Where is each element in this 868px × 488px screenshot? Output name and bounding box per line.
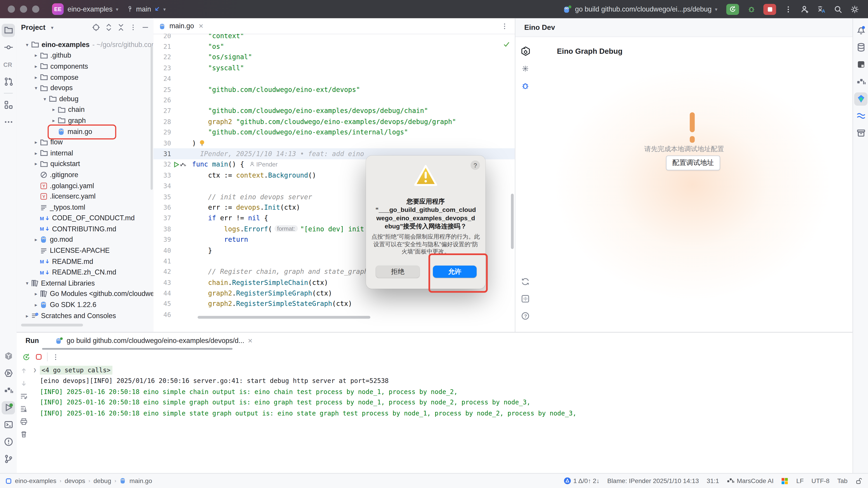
breadcrumb-item[interactable]: devops (65, 477, 85, 484)
code-line-27[interactable]: 27 "github.com/cloudwego/eino-examples/d… (153, 105, 515, 116)
tree-item-internal[interactable]: ▸internal (17, 148, 153, 159)
debug-button[interactable] (745, 2, 758, 16)
tree-item-readme.md[interactable]: MREADME.md (17, 256, 153, 267)
archive-tool-button[interactable] (854, 127, 868, 140)
tree-item-scratches-and-consoles[interactable]: ▸Scratches and Consoles (17, 310, 153, 321)
close-run-tab-icon[interactable]: ✕ (248, 337, 253, 345)
run-tool-button[interactable] (2, 401, 15, 414)
intention-bulb-icon[interactable] (196, 139, 206, 147)
tree-item-license-apache[interactable]: LICENSE-APACHE (17, 246, 153, 256)
problems-tool-button[interactable] (2, 435, 15, 449)
chevron-down-icon[interactable]: ▾ (41, 96, 49, 102)
tree-item-.licenserc.yaml[interactable]: Y.licenserc.yaml (17, 191, 153, 202)
code-line-45[interactable]: 45 graph2.RegisterSimpleStateGraph(ctx) (153, 299, 515, 309)
vcs-widget[interactable]: main ▾ (126, 5, 169, 13)
tab-options-kebab-icon[interactable] (501, 22, 508, 30)
profiler-tool-button[interactable] (2, 384, 15, 397)
pull-request-tool-button[interactable] (2, 75, 15, 88)
git-tool-button[interactable] (2, 452, 15, 466)
language-pack-icon[interactable] (781, 477, 789, 484)
clear-console-icon[interactable] (20, 430, 28, 438)
project-widget[interactable]: eino-examples ▾ (68, 5, 122, 13)
project-folder-tool-button[interactable] (2, 24, 15, 37)
chevron-down-icon[interactable]: ▾ (23, 281, 31, 286)
code-line-21[interactable]: 21 "os" (153, 41, 515, 52)
tree-item-.gitignore[interactable]: .gitignore (17, 169, 153, 180)
chevron-right-icon[interactable]: ▸ (32, 161, 40, 166)
translate-icon[interactable]: A (815, 2, 828, 16)
code-review-tool-button[interactable]: CR (2, 58, 15, 71)
tree-item-go-sdk-1.22.6[interactable]: ▸Go SDK 1.22.6 (17, 300, 153, 311)
soft-wrap-icon[interactable] (20, 392, 28, 400)
tree-item-_typos.toml[interactable]: _typos.toml (17, 202, 153, 213)
vcs-changes-widget[interactable]: 1 Δ/0↑ 2↓ (563, 477, 599, 485)
maximize-window-icon[interactable] (32, 5, 39, 13)
run-configuration-selector[interactable]: go build github.com/cloudwego/ei...ps/de… (563, 5, 721, 13)
project-header-title[interactable]: Project (21, 23, 45, 32)
tree-item-debug[interactable]: ▾debug (17, 94, 153, 104)
editor-tab-main-go[interactable]: main.go ✕ (153, 18, 209, 34)
close-window-icon[interactable] (8, 5, 15, 13)
tree-item-quickstart[interactable]: ▸quickstart (17, 159, 153, 169)
up-arrow-icon[interactable] (20, 367, 28, 375)
search-icon[interactable] (831, 2, 845, 16)
tree-item-code_of_conduct.md[interactable]: MCODE_OF_CONDUCT.md (17, 213, 153, 224)
indent-widget[interactable]: Tab (837, 477, 847, 484)
tree-item-go-modules-github.com-cloudweg[interactable]: ▸Go Modules <github.com/cloudweg (17, 289, 153, 300)
scroll-to-end-icon[interactable] (20, 405, 28, 413)
commit-tool-button[interactable] (2, 41, 15, 54)
graph-settings-tool-button[interactable] (519, 44, 532, 58)
code-line-29[interactable]: 29 "github.com/cloudwego/eino-examples/i… (153, 127, 515, 138)
code-line-23[interactable]: 23 "syscall" (153, 63, 515, 73)
print-icon[interactable] (20, 418, 28, 425)
tree-item-components[interactable]: ▸components (17, 61, 153, 72)
tree-item-.github[interactable]: ▸.github (17, 50, 153, 61)
stop-button[interactable] (763, 4, 776, 15)
refresh-tool-button[interactable] (519, 275, 532, 288)
expand-node-icon[interactable]: ❯ (33, 367, 39, 373)
ai-card-tool-button[interactable] (854, 58, 868, 71)
tree-item-.golangci.yaml[interactable]: Y.golangci.yaml (17, 180, 153, 191)
chevron-right-icon[interactable]: ▸ (32, 53, 40, 58)
services-tool-button[interactable] (2, 366, 15, 380)
run-options-kebab-icon[interactable] (52, 353, 59, 361)
rerun-icon[interactable] (22, 353, 31, 361)
notifications-tool-button[interactable] (854, 24, 868, 37)
marscode-ai-widget[interactable]: MarsCode AI (727, 477, 774, 485)
inspections-ok-icon[interactable] (503, 40, 510, 48)
debug-target-tool-button[interactable] (519, 62, 532, 75)
run-label[interactable]: Run (26, 337, 39, 345)
settings-gear-icon[interactable] (848, 2, 862, 16)
breadcrumb-item[interactable]: debug (94, 477, 111, 484)
line-ending-widget[interactable]: LF (796, 477, 804, 484)
code-line-20[interactable]: 20 "context" (153, 34, 515, 41)
project-vscrollbar[interactable] (151, 46, 153, 190)
chinese-lang-tool-button[interactable]: 中 (519, 292, 532, 305)
stop-icon[interactable] (35, 353, 42, 361)
project-avatar[interactable]: EE (52, 3, 64, 15)
encoding-widget[interactable]: UTF-8 (811, 477, 830, 484)
waves-tool-button[interactable] (854, 109, 868, 123)
editor-hscrollbar[interactable] (197, 316, 370, 319)
chevron-down-icon[interactable]: ▾ (32, 86, 40, 91)
help-tool-button[interactable]: ? (519, 309, 532, 322)
deny-button[interactable]: 拒绝 (376, 266, 420, 278)
hide-panel-icon[interactable] (142, 24, 149, 31)
chevron-right-icon[interactable]: ▸ (32, 237, 40, 242)
chevron-right-icon[interactable]: ▸ (32, 150, 40, 156)
terminal-tool-button[interactable] (2, 418, 15, 431)
database-tool-button[interactable] (854, 41, 868, 54)
code-line-25[interactable]: 25 "github.com/cloudwego/eino-ext/devops… (153, 84, 515, 95)
collapse-all-icon[interactable] (117, 23, 125, 32)
chevron-right-icon[interactable]: ▸ (32, 64, 40, 69)
code-line-24[interactable]: 24 (153, 73, 515, 84)
rerun-button[interactable] (726, 4, 739, 15)
gem-tool-button[interactable] (854, 92, 868, 105)
close-tab-icon[interactable]: ✕ (198, 22, 204, 30)
breadcrumb-item[interactable]: main.go (129, 477, 152, 484)
dialog-help-icon[interactable]: ? (471, 160, 480, 170)
tree-item-chain[interactable]: ▸chain (17, 104, 153, 115)
code-line-22[interactable]: 22 "os/signal" (153, 52, 515, 63)
blocks-bars-tool-button[interactable] (854, 75, 868, 88)
project-hscrollbar[interactable] (21, 324, 83, 326)
